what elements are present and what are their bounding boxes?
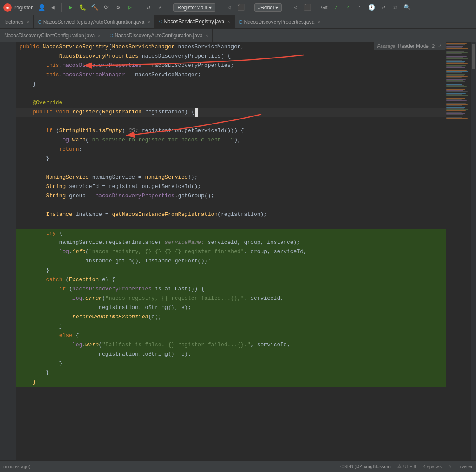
play-icon[interactable]: ▷ — [125, 3, 135, 12]
translate-icon[interactable]: ⇄ — [391, 3, 400, 12]
ln-10 — [0, 126, 16, 135]
mm-line-35 — [446, 86, 467, 87]
project-name: register — [14, 4, 33, 11]
plain-29: (); — [188, 173, 198, 182]
tab-nacos-auto-config-close[interactable]: × — [147, 19, 150, 25]
git-clock-icon[interactable]: 🕐 — [367, 3, 376, 12]
tab-nacos-discovery-auto-close[interactable]: × — [206, 33, 208, 38]
ln-12 — [0, 145, 16, 154]
refresh-icon[interactable]: ↺ — [143, 3, 153, 12]
field-ndp-2: nacosDiscoveryProperties — [95, 191, 174, 201]
mm-line-15 — [446, 61, 465, 62]
code-line-24: instance.getIp(), instance.getPort()); — [16, 257, 446, 266]
plain-11: } — [19, 80, 36, 89]
mini-map-lines — [446, 42, 471, 120]
tab-nacos-discovery-props-close[interactable]: × — [317, 19, 320, 25]
cls-namingservice: NamingService — [46, 173, 88, 182]
mm-line-11 — [446, 56, 467, 57]
back-icon[interactable]: ◁ — [224, 3, 234, 12]
tab-factories-close[interactable]: × — [26, 19, 29, 25]
plain-12 — [19, 108, 33, 117]
stop2-icon[interactable]: ⬛ — [303, 3, 312, 12]
kw-this-2: this — [46, 70, 59, 80]
jrebel-icon[interactable]: ⚡ — [155, 3, 165, 12]
cls-instance: Instance — [46, 210, 72, 219]
tab-nacos-discovery-props[interactable]: C NacosDiscoveryProperties.java × — [235, 15, 325, 28]
tab-factories[interactable]: factories × — [0, 15, 34, 28]
method-info: info — [72, 247, 85, 257]
kw-else: else — [59, 331, 72, 340]
plain-52: ( — [69, 284, 72, 294]
search-icon[interactable]: 🔍 — [402, 3, 412, 12]
plain-44: ( — [85, 247, 89, 257]
code-line-2: NacosDiscoveryProperties nacosDiscoveryP… — [16, 52, 446, 61]
plain-42 — [19, 247, 59, 257]
mm-line-26 — [446, 75, 464, 76]
run-config-dropdown[interactable]: RegisterMain ▾ — [173, 3, 215, 12]
mm-line-19 — [446, 66, 462, 67]
mm-line-2 — [446, 44, 465, 45]
jrebel-dropdown[interactable]: JRebel ▾ — [254, 3, 282, 12]
plain-67: , serviceId, — [250, 340, 290, 350]
kw-return: return — [59, 145, 79, 154]
mm-line-46 — [446, 100, 467, 101]
sync-icon[interactable]: ⟳ — [102, 3, 111, 12]
code-line-11: log.warn("No service to register for nac… — [16, 135, 446, 145]
git-push-icon[interactable]: ↑ — [355, 3, 364, 12]
param-hint-cs: CS: — [129, 126, 142, 135]
ln-27 — [0, 284, 16, 294]
plain-61: } — [19, 322, 62, 331]
build-icon[interactable]: 🔨 — [90, 3, 99, 12]
tab-discovery-client-config-close[interactable]: × — [98, 33, 100, 38]
ln-31 — [0, 322, 16, 331]
ln-8 — [0, 108, 16, 117]
nav-back-icon[interactable]: ◀ — [48, 3, 57, 12]
tab-nacos-discovery-auto[interactable]: C NacosDiscoveryAutoConfiguration.java × — [105, 29, 213, 42]
stop-icon[interactable]: ⬛ — [236, 3, 245, 12]
kw-void: void — [56, 108, 72, 117]
mm-line-21 — [446, 69, 463, 69]
plain-19: registration.getServiceId())) { — [142, 126, 244, 135]
git-check2-icon[interactable]: ✓ — [343, 3, 352, 12]
tab-nacos-registry[interactable]: C NacosServiceRegistry.java × — [155, 15, 235, 28]
plain-32 — [19, 191, 46, 201]
mm-line-6 — [446, 50, 466, 50]
git-undo-icon[interactable]: ↩ — [379, 3, 388, 12]
plain-10: = nacosServiceManager; — [125, 70, 201, 80]
dropdown-arrow: ▾ — [209, 5, 212, 11]
reader-mode-toggle-icon[interactable]: ⊘ — [431, 43, 435, 49]
code-line-8: public void register(Registration regist… — [16, 108, 446, 117]
spaces-label: 4 spaces — [423, 464, 442, 469]
ln-1 — [0, 42, 16, 52]
tab-discovery-client-config[interactable]: NacosDiscoveryClientConfiguration.java × — [0, 29, 105, 42]
method-isempty: isEmpty — [99, 126, 122, 135]
code-content[interactable]: Passage Reader Mode ⊘ ✓ public NacosServ… — [16, 42, 446, 460]
ln-29 — [0, 303, 16, 312]
arrow-left-icon[interactable]: ◁ — [291, 3, 300, 12]
tools-icon[interactable]: ⚙ — [113, 3, 123, 12]
mm-line-47 — [446, 102, 463, 102]
run-icon[interactable]: ▶ — [66, 3, 75, 12]
method-warn-2: warn — [85, 340, 99, 350]
profile-icon[interactable]: 👤 — [37, 3, 46, 12]
field-log-1: log — [59, 135, 69, 145]
scrollbar[interactable] — [471, 42, 476, 460]
ln-35 — [0, 359, 16, 368]
git-check-icon[interactable]: ✓ — [331, 3, 341, 12]
code-line-33: log.warn("Failfast is false. {} register… — [16, 340, 446, 350]
reader-mode-check-icon[interactable]: ✓ — [438, 43, 442, 49]
mm-line-52 — [446, 108, 464, 109]
separator-6 — [286, 3, 286, 12]
code-line-25: } — [16, 266, 446, 275]
debug-icon[interactable]: 🐛 — [78, 3, 87, 12]
tab-nacos-auto-config[interactable]: C NacosServiceRegistryAutoConfiguration.… — [34, 15, 155, 28]
code-line-17: String group = nacosDiscoveryProperties.… — [16, 191, 446, 201]
tab-nacos-registry-close[interactable]: × — [227, 19, 230, 24]
plain-60: (e); — [148, 312, 161, 322]
ln-24 — [0, 257, 16, 266]
tab-nacos-discovery-auto-label: NacosDiscoveryAutoConfiguration.java — [115, 33, 203, 39]
plain-63: { — [72, 331, 79, 340]
plain-20 — [19, 135, 59, 145]
scroll-thumb[interactable] — [472, 44, 475, 69]
field-log-2: log — [59, 247, 69, 257]
